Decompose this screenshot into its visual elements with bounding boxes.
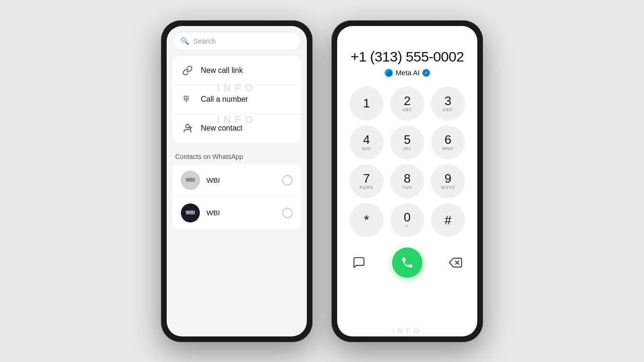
contact-name-1: WBI <box>206 176 276 184</box>
key-7[interactable]: 7 PQRS <box>349 164 384 198</box>
contact-radio-2[interactable] <box>282 208 293 218</box>
key-9[interactable]: 9 WXYZ <box>431 164 465 198</box>
phone-2: +1 (313) 555-0002 Meta AI ✓ 1 2 ABC <box>331 20 483 342</box>
key-0[interactable]: 0 + <box>390 203 424 237</box>
key-1[interactable]: 1 <box>349 87 384 121</box>
contacts-label: Contacts on WhatsApp <box>167 146 307 164</box>
key-2[interactable]: 2 ABC <box>390 87 424 121</box>
dialer-number: +1 (313) 555-0002 <box>345 49 470 65</box>
call-number-label: Call a number <box>201 95 248 104</box>
contact-name-2: WBI <box>206 209 276 217</box>
new-contact-label: New contact <box>201 124 242 132</box>
key-5[interactable]: 5 JKL <box>390 125 424 159</box>
phones-container: 🔍 Search New call link <box>161 20 483 342</box>
keypad: 1 2 ABC 3 DEF 4 GHI 5 JKL <box>341 87 474 237</box>
svg-point-3 <box>184 97 185 98</box>
svg-point-7 <box>186 99 187 100</box>
svg-point-5 <box>188 97 189 98</box>
verified-badge: ✓ <box>422 69 430 77</box>
phone2-screen: +1 (313) 555-0002 Meta AI ✓ 1 2 ABC <box>337 26 477 336</box>
meta-ai-icon <box>385 69 393 77</box>
key-3[interactable]: 3 DEF <box>431 87 465 121</box>
menu-items: New call link Call a number <box>172 56 301 142</box>
key-4[interactable]: 4 GHI <box>349 125 384 159</box>
delete-button[interactable] <box>443 250 468 275</box>
key-6[interactable]: 6 MNO <box>431 125 465 159</box>
dialpad-icon <box>181 93 194 106</box>
new-contact-item[interactable]: New contact <box>172 114 301 142</box>
call-button[interactable] <box>392 247 422 278</box>
message-button[interactable] <box>347 250 371 275</box>
svg-point-0 <box>184 96 185 97</box>
contacts-list: WBI WBI WBI WBI <box>172 164 301 229</box>
contact-radio-1[interactable] <box>282 175 293 185</box>
dialer-actions <box>337 241 477 278</box>
watermark-dial: INFO <box>337 327 477 336</box>
key-hash[interactable]: # <box>431 203 465 237</box>
call-number-item[interactable]: Call a number <box>172 85 301 114</box>
svg-point-4 <box>186 97 187 98</box>
svg-point-9 <box>186 101 187 102</box>
new-call-link-item[interactable]: New call link <box>172 56 301 85</box>
search-icon: 🔍 <box>180 37 189 45</box>
svg-point-6 <box>184 99 185 100</box>
search-bar[interactable]: 🔍 Search <box>172 32 301 51</box>
svg-point-10 <box>186 124 189 127</box>
call-link-icon <box>181 64 194 77</box>
new-call-link-label: New call link <box>201 66 243 75</box>
key-star[interactable]: * <box>349 203 384 237</box>
avatar-1: WBI <box>181 171 200 190</box>
meta-ai-badge: Meta AI ✓ <box>345 69 470 77</box>
contact-item-2[interactable]: WBI WBI <box>172 197 301 229</box>
svg-point-8 <box>188 99 189 100</box>
meta-ai-label: Meta AI <box>396 69 420 77</box>
contacts-section: Contacts on WhatsApp WBI WBI WBI WBI <box>167 146 307 229</box>
key-8[interactable]: 8 TUV <box>390 164 424 198</box>
search-placeholder: Search <box>193 37 216 45</box>
phone1-screen: 🔍 Search New call link <box>167 26 307 336</box>
phone-1: 🔍 Search New call link <box>161 20 313 342</box>
svg-point-1 <box>186 96 187 97</box>
new-contact-icon <box>181 122 194 135</box>
contact-item-1[interactable]: WBI WBI <box>172 164 301 197</box>
avatar-2: WBI <box>181 203 200 222</box>
svg-point-2 <box>188 96 189 97</box>
dialer-top: +1 (313) 555-0002 Meta AI ✓ <box>337 26 477 87</box>
